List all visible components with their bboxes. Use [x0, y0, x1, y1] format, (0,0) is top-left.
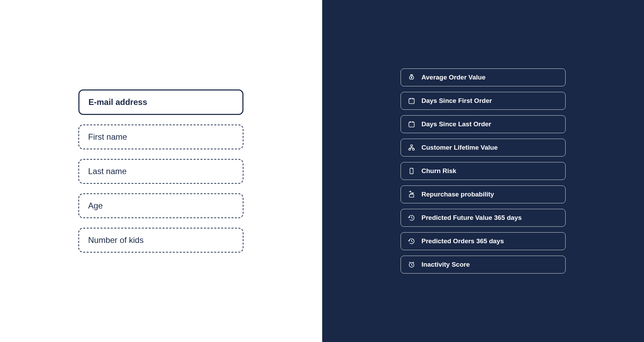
metric-label: Churn Risk: [422, 167, 456, 175]
clock-forward-icon: [408, 237, 415, 245]
email-field[interactable]: E-mail address: [78, 89, 243, 115]
metric-predicted-orders[interactable]: Predicted Orders 365 days: [401, 232, 566, 250]
metric-days-since-first-order[interactable]: Days Since First Order: [401, 92, 566, 110]
metric-customer-lifetime-value[interactable]: Customer Lifetime Value: [401, 139, 566, 157]
age-field[interactable]: Age: [78, 193, 243, 218]
metric-label: Customer Lifetime Value: [422, 144, 498, 151]
left-panel: E-mail address First name Last name Age …: [0, 0, 322, 342]
alarm-clock-icon: [408, 261, 415, 268]
hierarchy-icon: [408, 144, 415, 151]
metric-average-order-value[interactable]: Average Order Value: [401, 68, 566, 86]
calendar-icon: [408, 120, 415, 128]
metric-label: Repurchase probability: [422, 191, 494, 198]
metric-list: Average Order Value Days Since First Ord…: [401, 68, 566, 274]
metric-days-since-last-order[interactable]: Days Since Last Order: [401, 115, 566, 133]
money-bag-icon: [408, 74, 415, 81]
last-name-field[interactable]: Last name: [78, 159, 243, 184]
metric-label: Days Since First Order: [422, 97, 492, 105]
phone-icon: [408, 167, 415, 175]
calendar-icon: [408, 97, 415, 105]
number-of-kids-field[interactable]: Number of kids: [78, 228, 243, 253]
metric-churn-risk[interactable]: Churn Risk: [401, 162, 566, 180]
clock-forward-icon: [408, 214, 415, 222]
metric-label: Predicted Orders 365 days: [422, 237, 504, 245]
metric-label: Inactivity Score: [422, 261, 470, 268]
first-name-field[interactable]: First name: [78, 125, 243, 149]
right-panel: Average Order Value Days Since First Ord…: [322, 0, 644, 342]
metric-repurchase-probability[interactable]: Repurchase probability: [401, 185, 566, 203]
metric-label: Average Order Value: [422, 74, 485, 81]
cart-repeat-icon: [408, 191, 415, 198]
metric-predicted-future-value[interactable]: Predicted Future Value 365 days: [401, 209, 566, 227]
metric-label: Days Since Last Order: [422, 120, 491, 128]
metric-inactivity-score[interactable]: Inactivity Score: [401, 256, 566, 274]
form-fields: E-mail address First name Last name Age …: [78, 89, 243, 253]
metric-label: Predicted Future Value 365 days: [422, 214, 522, 222]
